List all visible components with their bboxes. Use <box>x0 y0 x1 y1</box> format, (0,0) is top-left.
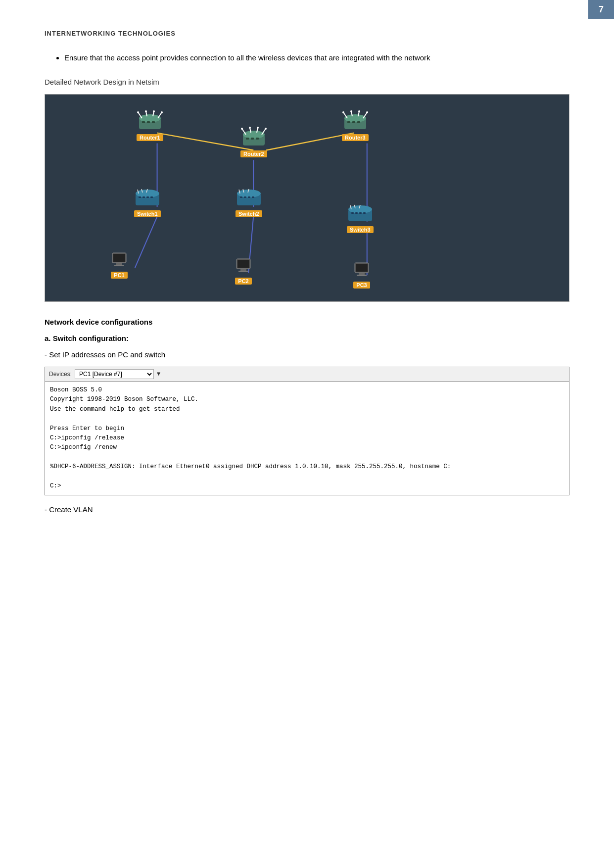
pc3-label: PC3 <box>353 282 370 289</box>
node-switch3: Switch3 <box>347 204 374 233</box>
router1-label: Router1 <box>137 134 163 141</box>
svg-point-29 <box>257 127 259 129</box>
page-header: INTERNETWORKING TECHNOLOGIES <box>45 30 569 37</box>
terminal-line-11: C:> <box>50 482 564 491</box>
terminal-devices-label: Devices: <box>49 371 72 378</box>
diagram-section-label: Detailed Network Design in Netsim <box>45 78 569 86</box>
terminal-line-10 <box>50 472 564 481</box>
switch-config-heading: a. Switch configuration: <box>45 334 569 342</box>
switch2-label: Switch2 <box>236 210 262 217</box>
svg-rect-31 <box>246 138 249 140</box>
node-switch1: Switch1 <box>134 189 161 217</box>
svg-point-22 <box>243 131 265 139</box>
svg-point-16 <box>153 110 155 112</box>
bullet-list: Ensure that the access point provides co… <box>64 52 569 64</box>
router2-icon <box>241 127 267 148</box>
svg-rect-58 <box>240 196 242 198</box>
svg-rect-46 <box>357 121 360 123</box>
svg-line-0 <box>157 133 254 150</box>
svg-rect-50 <box>142 196 145 198</box>
terminal-toolbar: Devices: PC1 [Device #7] ▼ <box>45 367 569 382</box>
svg-rect-85 <box>357 275 367 276</box>
svg-rect-32 <box>251 138 254 140</box>
svg-rect-79 <box>237 260 249 268</box>
svg-point-43 <box>366 111 368 113</box>
switch3-icon <box>347 204 373 224</box>
bullet-item-1: Ensure that the access point provides co… <box>64 52 569 64</box>
terminal-line-8 <box>50 453 564 462</box>
svg-rect-81 <box>238 271 248 272</box>
svg-point-9 <box>139 114 161 122</box>
svg-point-30 <box>265 128 267 130</box>
svg-point-27 <box>241 128 243 130</box>
svg-point-40 <box>342 111 344 113</box>
terminal-line-3: Use the command help to get started <box>50 405 564 414</box>
svg-rect-44 <box>347 121 350 123</box>
terminal-line-6: C:>ipconfig /release <box>50 434 564 443</box>
page-number: 7 <box>599 4 604 15</box>
terminal-line-5: Press Enter to begin <box>50 424 564 434</box>
terminal-device-select[interactable]: PC1 [Device #7] <box>75 369 154 379</box>
svg-rect-51 <box>146 196 149 198</box>
svg-rect-18 <box>142 121 145 123</box>
node-pc2: PC2 <box>235 258 252 285</box>
pc2-label: PC2 <box>235 278 251 285</box>
svg-rect-77 <box>114 265 124 266</box>
svg-rect-75 <box>113 254 125 262</box>
switch2-icon <box>236 189 262 208</box>
router3-icon <box>342 110 368 132</box>
pc2-icon <box>235 258 252 276</box>
terminal-line-4 <box>50 414 564 424</box>
page: 7 INTERNETWORKING TECHNOLOGIES Ensure th… <box>0 0 614 868</box>
svg-point-42 <box>358 110 360 112</box>
node-router2: Router2 <box>240 127 267 157</box>
switch1-label: Switch1 <box>134 210 161 217</box>
svg-rect-45 <box>352 121 355 123</box>
svg-point-35 <box>344 114 366 122</box>
svg-rect-20 <box>152 121 155 123</box>
terminal-line-1: Boson BOSS 5.0 <box>50 386 564 395</box>
svg-rect-52 <box>150 196 153 198</box>
create-vlan-label: - Create VLAN <box>45 505 569 514</box>
svg-point-28 <box>249 127 251 129</box>
node-pc3: PC3 <box>353 262 371 289</box>
page-number-badge: 7 <box>588 0 614 19</box>
terminal-line-7: C:>ipconfig /renew <box>50 443 564 452</box>
svg-rect-19 <box>147 121 150 123</box>
svg-line-5 <box>135 217 157 268</box>
pc1-icon <box>110 252 128 270</box>
router1-icon <box>137 110 163 132</box>
svg-point-48 <box>136 190 159 197</box>
svg-rect-33 <box>256 138 259 140</box>
network-diagram: Router1 Router2 <box>45 94 569 302</box>
svg-rect-67 <box>351 212 354 214</box>
svg-point-17 <box>161 111 163 113</box>
svg-line-1 <box>266 133 354 150</box>
svg-rect-69 <box>359 212 362 214</box>
svg-rect-68 <box>355 212 358 214</box>
node-router1: Router1 <box>137 110 163 141</box>
svg-rect-76 <box>116 263 122 265</box>
node-pc1: PC1 <box>110 252 128 279</box>
svg-rect-84 <box>359 273 365 275</box>
terminal-body: Boson BOSS 5.0 Copyright 1998-2019 Boson… <box>45 382 569 495</box>
svg-rect-59 <box>244 196 246 198</box>
terminal-line-2: Copyright 1998-2019 Boson Software, LLC. <box>50 395 564 404</box>
pc1-label: PC1 <box>111 272 127 279</box>
router3-label: Router3 <box>342 134 369 141</box>
terminal-dropdown-arrow: ▼ <box>157 371 160 378</box>
svg-point-15 <box>145 110 147 112</box>
terminal-line-9: %DHCP-6-ADDRESS_ASSIGN: Interface Ethern… <box>50 462 564 472</box>
svg-rect-83 <box>356 264 368 272</box>
svg-rect-80 <box>240 269 246 271</box>
svg-rect-49 <box>139 196 141 198</box>
router2-label: Router2 <box>240 150 267 157</box>
network-device-config-heading: Network device configurations <box>45 318 569 326</box>
switch1-icon <box>135 189 160 208</box>
svg-rect-70 <box>363 212 366 214</box>
svg-rect-61 <box>252 196 254 198</box>
svg-point-14 <box>137 111 139 113</box>
node-switch2: Switch2 <box>236 189 262 217</box>
svg-rect-60 <box>248 196 250 198</box>
svg-point-41 <box>350 110 352 112</box>
